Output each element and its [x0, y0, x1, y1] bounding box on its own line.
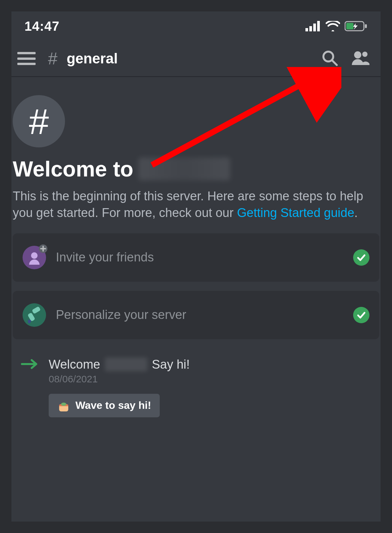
channel-avatar-hash: #	[13, 95, 65, 147]
wave-emoji-icon	[57, 399, 70, 412]
wave-button[interactable]: Wave to say hi!	[49, 394, 160, 417]
svg-point-12	[31, 252, 38, 259]
welcome-title-prefix: Welcome to	[13, 157, 133, 181]
step-label: Invite your friends	[56, 250, 343, 264]
welcome-desc-end: .	[354, 206, 358, 220]
welcome-title: Welcome to	[13, 157, 379, 181]
svg-rect-2	[313, 24, 316, 31]
hash-icon: #	[48, 49, 57, 68]
svg-rect-3	[317, 21, 320, 31]
members-button[interactable]	[351, 50, 370, 67]
svg-rect-5	[365, 24, 367, 28]
completed-check-icon	[353, 249, 369, 266]
members-icon	[351, 50, 370, 66]
wifi-icon	[326, 21, 340, 31]
system-text-suffix: Say hi!	[152, 358, 190, 372]
cell-signal-icon	[305, 21, 321, 31]
invite-icon	[23, 246, 46, 269]
system-message-text: Welcome Say hi!	[49, 358, 190, 372]
svg-rect-1	[309, 26, 312, 31]
status-indicators	[305, 21, 368, 32]
getting-started-link[interactable]: Getting Started guide	[237, 206, 354, 220]
wave-button-label: Wave to say hi!	[75, 399, 151, 411]
status-time: 14:47	[24, 19, 59, 34]
system-message-date: 08/06/2021	[49, 374, 190, 385]
svg-rect-13	[32, 306, 41, 314]
svg-rect-6	[346, 23, 353, 29]
menu-button[interactable]	[17, 51, 36, 66]
channel-header: # general	[11, 41, 381, 77]
battery-charging-icon	[345, 21, 368, 32]
system-text-prefix: Welcome	[49, 358, 100, 372]
plus-badge-icon	[39, 244, 47, 253]
welcome-description: This is the beginning of this server. He…	[13, 188, 379, 222]
status-bar: 14:47	[11, 11, 381, 41]
search-icon	[321, 49, 338, 66]
redacted-username	[105, 358, 147, 371]
svg-point-9	[354, 51, 361, 58]
svg-line-8	[332, 60, 337, 65]
redacted-server-name	[139, 158, 230, 180]
completed-check-icon	[353, 307, 369, 323]
step-label: Personalize your server	[56, 308, 343, 322]
channel-name: general	[67, 50, 118, 67]
svg-point-10	[362, 52, 368, 57]
step-personalize-server[interactable]: Personalize your server	[13, 291, 379, 339]
system-join-message: Welcome Say hi! 08/06/2021 Wave to say h…	[13, 348, 379, 417]
svg-point-16	[61, 403, 66, 406]
join-arrow-icon	[21, 358, 39, 372]
personalize-icon	[23, 303, 46, 327]
search-button[interactable]	[321, 49, 338, 68]
step-invite-friends[interactable]: Invite your friends	[13, 233, 379, 282]
svg-rect-0	[305, 28, 308, 31]
